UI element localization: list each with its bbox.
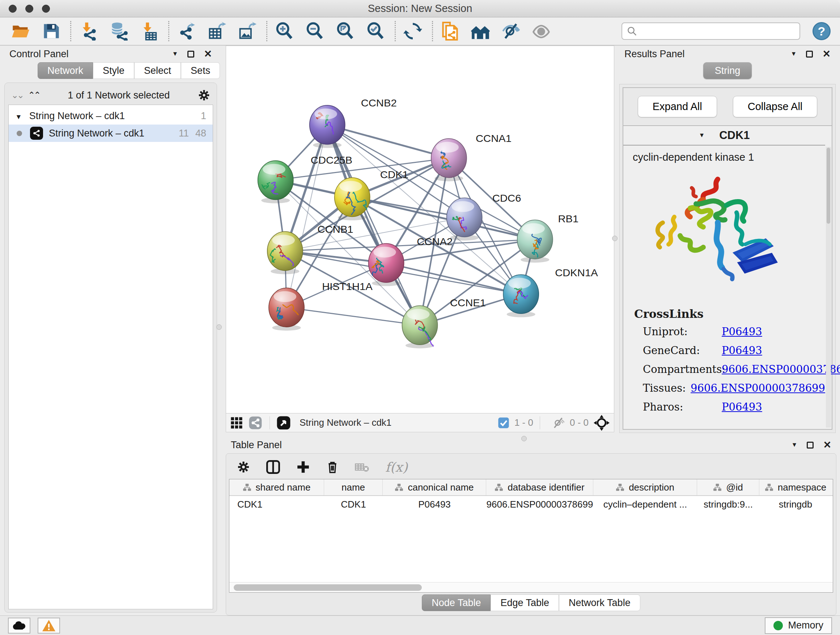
table-panel: Table Panel [226,433,840,616]
network-options-gear-icon[interactable] [198,89,210,101]
grid-view-icon[interactable] [231,417,243,429]
table-panel-title: Table Panel [231,440,282,451]
tab-sets[interactable]: Sets [181,62,220,79]
network-edge[interactable] [327,125,449,158]
crosslink-link[interactable]: P06493 [722,344,762,356]
table-scrollbar-thumb[interactable] [234,584,422,591]
zoom-out-icon[interactable] [303,20,326,42]
network-collection-row[interactable]: String Network – cdk1 1 [9,107,213,125]
search-input[interactable] [640,26,795,37]
column-header-database-identifier[interactable]: database identifier [486,479,593,495]
network-node[interactable]: RB1 [517,213,579,263]
crosslink-link[interactable]: P06493 [722,401,762,413]
column-header-name[interactable]: name [324,479,383,495]
zoom-selected-icon[interactable] [364,20,387,42]
tab-network[interactable]: Network [38,62,93,79]
memory-button[interactable]: Memory [765,617,832,634]
results-scrollbar-thumb[interactable] [827,148,830,224]
collapse-all-button[interactable]: Collapse All [733,96,818,117]
network-canvas[interactable]: CCNB2CCNA1CDC25BCDK1CDC6RB1CCNB1CCNA2CDK… [226,46,614,413]
cell-database-identifier[interactable]: 9606.ENSP00000378699 [486,496,593,513]
left-splitter-handle[interactable] [216,325,222,330]
network-row[interactable]: String Network – cdk1 11 48 [9,125,213,142]
network-node[interactable]: CDKN1A [503,267,598,317]
panel-float-icon[interactable] [187,51,194,57]
export-network-icon[interactable] [175,20,197,42]
crosslink-link[interactable]: 9606.ENSP00000378699 [691,382,825,394]
cell-canonical-name[interactable]: P06493 [383,496,486,513]
column-header-shared-name[interactable]: shared name [229,479,324,495]
selected-checkbox-icon[interactable] [498,417,509,429]
close-window-button[interactable] [9,5,17,13]
export-image-icon[interactable] [236,20,258,42]
share-view-icon[interactable] [248,416,262,430]
expand-all-networks-icon[interactable]: ⌃⌃ [28,90,39,100]
panel-float-icon[interactable] [807,442,813,448]
hide-selected-icon[interactable] [500,20,522,42]
copy-network-icon[interactable] [439,20,461,42]
tab-select[interactable]: Select [134,62,181,79]
column-header-canonical-name[interactable]: canonical name [383,479,486,495]
horizontal-splitter-handle[interactable] [521,436,527,441]
panel-close-icon[interactable] [823,439,831,451]
export-table-icon[interactable] [205,20,228,42]
cell-description[interactable]: cyclin–dependent ... [593,496,697,513]
table-header-row: shared name name canonical name database… [229,479,833,496]
collapse-all-networks-icon[interactable]: ⌄⌄ [11,90,23,100]
panel-dropdown-icon[interactable] [791,441,798,448]
refresh-icon[interactable] [401,20,424,42]
panel-close-icon[interactable] [822,48,831,60]
panel-dropdown-icon[interactable] [172,50,178,57]
tab-network-table[interactable]: Network Table [559,594,640,611]
import-network-file-icon[interactable] [77,20,99,42]
cloud-status-icon[interactable] [8,618,30,633]
move-crosshair-icon[interactable] [594,415,609,431]
gene-section-header[interactable]: CDK1 [623,126,825,146]
zoom-fit-icon[interactable] [334,20,356,42]
column-header-description[interactable]: description [593,479,697,495]
network-node[interactable]: CCNE1 [402,297,486,348]
show-all-icon[interactable] [530,20,553,42]
network-edge[interactable] [286,125,327,308]
tab-edge-table[interactable]: Edge Table [491,594,559,611]
cell-name[interactable]: CDK1 [324,496,383,513]
zoom-in-icon[interactable] [273,20,295,42]
network-node[interactable]: CCNA1 [431,133,512,181]
panel-float-icon[interactable] [806,51,813,57]
save-session-icon[interactable] [40,20,62,42]
cell-namespace[interactable]: stringdb [759,496,832,513]
cell-shared-name[interactable]: CDK1 [229,496,324,513]
panel-close-icon[interactable] [204,48,212,60]
tab-string[interactable]: String [703,62,752,79]
crosslink-link[interactable]: P06493 [722,325,762,338]
delete-column-icon[interactable] [326,461,339,473]
column-header-id[interactable]: @id [697,479,759,495]
crosslink-link[interactable]: 9606.ENSP00000378699 [722,363,840,375]
cell-id[interactable]: stringdb:9... [697,496,759,513]
tab-node-table[interactable]: Node Table [422,594,491,611]
maximize-window-button[interactable] [42,5,50,13]
collection-caret-icon[interactable] [15,111,29,122]
tab-style[interactable]: Style [93,62,134,79]
string-results: Expand All Collapse All CDK1 cyclin-depe… [619,84,836,433]
import-table-icon[interactable] [138,20,160,42]
birds-eye-icon[interactable] [276,416,291,430]
import-network-database-icon[interactable] [107,20,130,42]
right-splitter-handle[interactable] [612,236,617,241]
network-node[interactable]: HIST1H1A [269,281,373,331]
help-icon[interactable] [813,22,831,40]
network-edge[interactable] [286,307,420,325]
network-edge-count: 48 [195,128,206,139]
first-neighbors-icon[interactable] [469,20,492,42]
expand-all-button[interactable]: Expand All [638,96,717,117]
show-columns-icon[interactable] [266,460,280,474]
panel-dropdown-icon[interactable] [791,50,797,57]
table-options-gear-icon[interactable] [237,461,250,473]
open-session-icon[interactable] [9,20,32,42]
table-row[interactable]: CDK1 CDK1 P06493 9606.ENSP00000378699 cy… [229,496,833,513]
warning-icon[interactable] [38,618,60,633]
minimize-window-button[interactable] [25,5,33,13]
column-header-namespace[interactable]: namespace [759,479,832,495]
network-node[interactable]: CCNA2 [369,236,453,286]
add-column-icon[interactable] [296,460,310,474]
